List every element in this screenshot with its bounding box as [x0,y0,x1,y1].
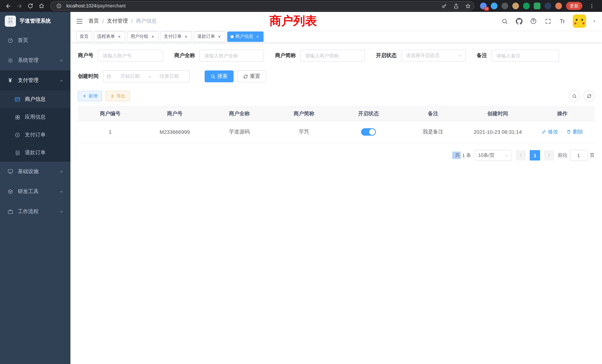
export-button[interactable]: 导出 [106,91,130,101]
breadcrumb-item[interactable]: 支付管理 [107,18,128,24]
logo-rabbit-icon [5,16,16,27]
extension-icon-2[interactable] [491,3,497,9]
sidebar-item-label: 工作流程 [18,208,39,215]
chevron-down-icon [505,153,509,157]
search-button[interactable]: 搜索 [205,70,234,82]
reset-button[interactable]: 重置 [237,70,266,82]
close-icon[interactable]: × [117,34,122,39]
breadcrumb-item[interactable]: 首页 [89,18,99,24]
extension-icon-7[interactable] [545,3,551,9]
merchant-fullname-input[interactable] [199,50,264,62]
sidebar-item-label: 应用信息 [25,114,46,120]
tab-pay-order[interactable]: 支付订单× [161,31,192,42]
site-info-icon[interactable] [54,1,63,10]
merchant-no-field: 商户号 [78,50,163,62]
merchant-table: 商户编号 商户号 商户全称 商户简称 开启状态 备注 创建时间 操作 1 M23… [78,106,595,143]
merchant-fullname-field: 商户全称 [174,50,264,62]
close-icon[interactable]: × [150,34,155,39]
pagination-total: 共 1 条 [455,152,471,159]
tab-home[interactable]: 首页 [76,31,92,42]
sidebar-item-label: 基础设施 [18,168,39,175]
help-icon[interactable] [529,17,538,25]
tab-user-group[interactable]: 用户分组× [127,31,159,42]
total-prefix: 共 [452,152,461,159]
url-text: localhost:1024/pay/merchant [66,3,437,9]
plus-icon [82,94,87,98]
table-row[interactable]: 1 M233666999 芋道源码 芋艿 我是备注 2021-10-23 08:… [78,121,595,143]
date-separator: - [149,74,150,79]
edit-link[interactable]: 修改 [542,129,558,135]
fullscreen-icon[interactable] [544,17,552,25]
sidebar-item-system[interactable]: 系统管理 [0,50,70,70]
search-icon[interactable] [500,17,509,25]
sidebar-item-label: 商户信息 [25,96,46,103]
field-label: 创建时间 [78,73,99,80]
col-header: 创建时间 [465,107,530,121]
tab-merchant-info[interactable]: 商户信息× [227,31,264,42]
status-select[interactable]: 请选择开启状态 [401,50,466,62]
page-size-select[interactable]: 10条/页 [475,150,512,161]
chrome-update-button[interactable]: 更新 [566,2,582,10]
add-button[interactable]: 新增 [78,91,102,101]
share-icon[interactable] [452,1,460,10]
sidebar-item-pay[interactable]: ¥ 支付管理 [0,70,70,90]
page-number-button[interactable]: 1 [530,150,540,161]
briefcase-icon [7,208,13,215]
caret-down-icon[interactable] [592,19,596,23]
close-icon[interactable]: × [217,34,222,39]
prev-page-button[interactable] [516,150,526,161]
github-icon[interactable] [515,17,523,25]
chevron-down-icon [59,58,63,63]
cell-created-at: 2021-10-23 08:31:14 [465,121,530,143]
export-button-label: 导出 [116,93,125,99]
tab-process-form[interactable]: 流程表单× [94,31,125,42]
col-header: 开启状态 [336,107,401,121]
tab-refund-order[interactable]: 退款订单× [194,31,225,42]
back-icon[interactable] [3,1,13,11]
refresh-table-button[interactable] [583,90,595,102]
close-icon[interactable]: × [255,34,260,39]
sidebar-item-pay-order[interactable]: 支付订单 [0,126,70,144]
delete-link[interactable]: 删除 [566,129,583,135]
next-page-button[interactable] [544,150,554,161]
goto-page-input[interactable] [570,150,588,161]
bookmark-star-icon[interactable] [463,1,472,10]
browser-toolbar: localhost:1024/pay/merchant 10 更新 [0,0,602,12]
status-toggle[interactable] [361,128,376,136]
extension-icon-5[interactable] [523,3,530,9]
date-end-placeholder: 结束日期 [152,73,186,80]
chrome-menu-icon[interactable] [586,1,597,11]
toggle-search-button[interactable] [569,90,580,102]
extension-icon-4[interactable] [512,3,519,9]
close-icon[interactable]: × [183,34,189,39]
key-icon[interactable] [440,1,449,10]
merchant-no-input[interactable] [98,50,163,62]
sidebar-item-app-info[interactable]: 应用信息 [0,108,70,126]
cell-remark: 我是备注 [401,121,466,143]
sidebar-item-home[interactable]: 首页 [0,30,70,50]
merchant-shortname-input[interactable] [300,50,365,62]
remark-input[interactable] [492,50,559,62]
sidebar-item-merchant-info[interactable]: 商户信息 [0,90,70,108]
user-avatar[interactable] [573,14,586,28]
forward-icon[interactable] [14,1,24,11]
address-bar[interactable]: localhost:1024/pay/merchant [50,1,474,11]
date-range-picker[interactable]: 开始日期 - 结束日期 [103,70,190,82]
reload-icon[interactable] [25,1,36,11]
extension-icon-6[interactable] [534,3,540,9]
sidebar-item-workflow[interactable]: 工作流程 [0,202,70,222]
sidebar-item-refund-order[interactable]: 退款订单 [0,144,70,162]
total-count: 1 [462,152,465,158]
sidebar-item-dev-tools[interactable]: 研发工具 [0,182,70,202]
font-size-icon[interactable] [558,17,566,25]
home-icon[interactable] [36,1,47,11]
app-logo[interactable]: 芋道管理系统 [0,12,70,30]
col-header: 商户简称 [272,107,336,121]
sidebar-item-infra[interactable]: 基础设施 [0,162,70,182]
extension-icon-3[interactable] [502,3,508,9]
select-placeholder: 请选择开启状态 [406,52,440,59]
extension-icon-1[interactable]: 10 [480,3,487,9]
col-header: 商户号 [142,107,207,121]
sidebar-toggle-icon[interactable] [76,18,83,25]
profile-avatar-icon[interactable] [555,3,562,9]
